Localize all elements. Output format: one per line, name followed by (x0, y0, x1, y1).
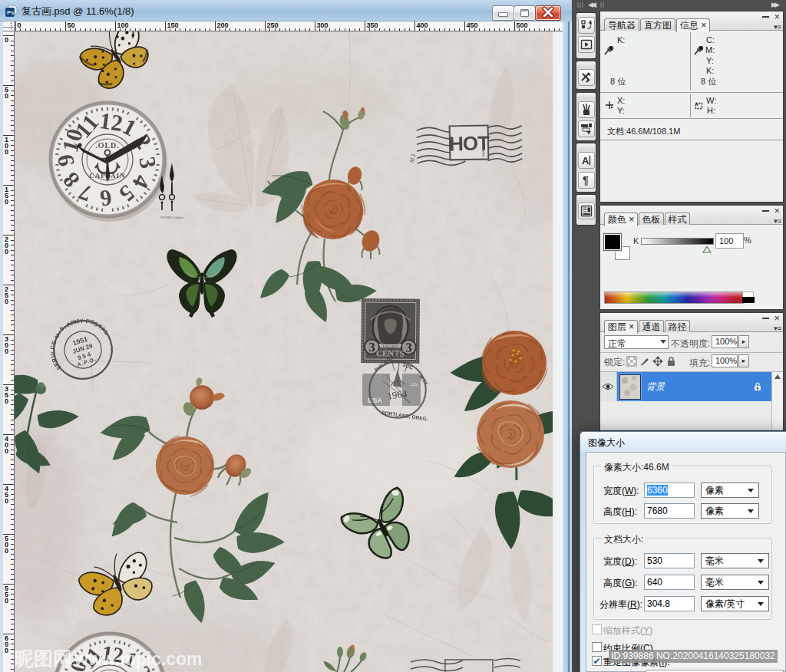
svg-text:Ps: Ps (7, 9, 15, 16)
svg-text:A: A (582, 155, 590, 166)
svg-text:13c: 13c (411, 382, 418, 387)
svg-text:CROWN Californi: CROWN Californi (160, 216, 183, 219)
svg-text:昵图网: 昵图网 (15, 647, 72, 669)
svg-text:3: 3 (368, 340, 375, 354)
svg-text:.OLD.: .OLD. (95, 141, 120, 150)
svg-text:3: 3 (405, 341, 412, 355)
svg-text:www.nipic.com: www.nipic.com (74, 649, 203, 669)
svg-text:MARTE: MARTE (481, 146, 485, 156)
svg-text:·LINCOLN·: ·LINCOLN· (381, 344, 399, 348)
svg-text:¶: ¶ (583, 174, 589, 186)
